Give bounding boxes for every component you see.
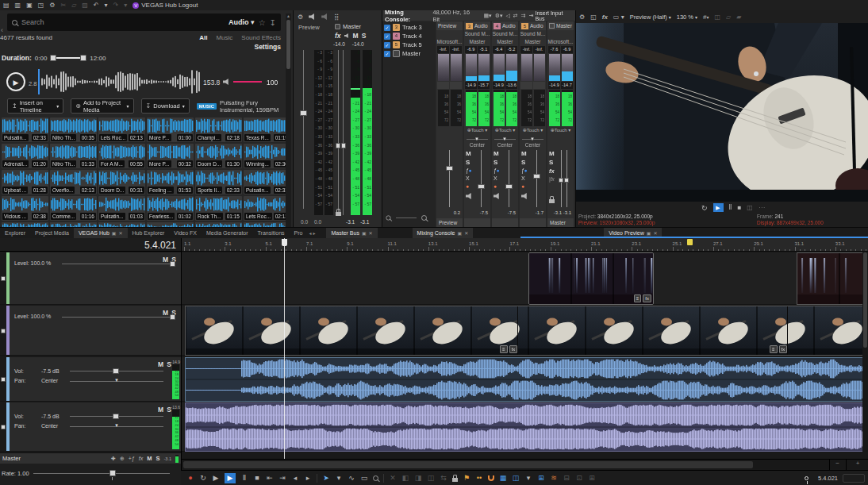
strip-fx-icon[interactable]: ƒ● [466, 167, 472, 173]
strip-automation-mode[interactable]: ⊕Touch ▾ [492, 126, 518, 134]
redo-icon[interactable]: ↷ [113, 2, 119, 9]
go-to-end-button[interactable]: ⇥ [278, 474, 286, 482]
tab-pin-icon[interactable]: ▣ [647, 230, 651, 236]
filter-all[interactable]: All [199, 34, 207, 41]
strip-phase-icon[interactable]: X [494, 175, 497, 181]
save-project-icon[interactable]: ▣ [26, 2, 33, 9]
track-vol-handle[interactable] [113, 414, 119, 419]
lock-event-button[interactable] [452, 478, 458, 482]
track-visible-checkbox[interactable]: ✓ [384, 51, 390, 57]
event-fx-badge[interactable]: fx [509, 345, 518, 353]
bus-dim-speaker-icon[interactable] [321, 13, 328, 20]
master-pan-icon[interactable]: ✚ [111, 456, 116, 462]
track-mute-button[interactable]: M [158, 406, 163, 414]
strip-automation-mode[interactable]: ⊕Touch ▾ [464, 126, 490, 134]
strip-route-2[interactable]: Microsoft... [436, 38, 463, 46]
audio-clip-tile[interactable]: Texas R...01:19 [244, 117, 290, 142]
preview-waveform[interactable] [36, 67, 200, 96]
insert-on-timeline-button[interactable]: ↥ Insert on Timeline▾ [7, 98, 63, 114]
strip-fx-button[interactable]: fx [549, 167, 555, 175]
mixer-zoom-slider[interactable] [396, 217, 417, 218]
strip-route-2[interactable]: Master [520, 38, 546, 46]
audio-clip-tile[interactable]: Doom D...00:31 [98, 170, 145, 194]
split-screen-icon[interactable]: ◫ [715, 13, 721, 21]
audio-clip-tile[interactable]: Rock Th...01:15 [195, 196, 242, 221]
strip-speaker-icon[interactable] [494, 193, 501, 199]
options-gear-icon[interactable]: ⚙ [49, 2, 55, 9]
strip-mute-button[interactable]: M [549, 150, 555, 157]
track-header-1[interactable]: MSLevel: 100.0 % [0, 252, 181, 305]
audio-clip-tile[interactable]: Pulsatin...02:33 [244, 170, 290, 194]
search-bar[interactable]: Search Audio ▾ ☆ ↧ [7, 13, 281, 31]
event-menu-badge[interactable]: ≡ [634, 294, 642, 302]
tab-scroll-right-icon[interactable]: ▸ [313, 230, 315, 236]
video-output-fx-button[interactable]: fx [602, 13, 608, 21]
envelope-tool-button[interactable]: ∿ [348, 474, 355, 482]
audio-clip-tile[interactable]: Winning...02:30 [244, 144, 290, 168]
redo-dropdown-icon[interactable]: ▾ [124, 2, 127, 9]
track-level-handle[interactable] [170, 314, 175, 320]
preview-zoom-select[interactable]: 130 %▾ [677, 13, 697, 21]
strip-fx-bypass-icon[interactable]: |fx [549, 176, 555, 182]
settings-link[interactable]: Settings [254, 43, 281, 51]
strip-speaker-icon[interactable] [521, 193, 528, 199]
download-queue-icon[interactable]: ↧ [270, 18, 276, 27]
filter-music[interactable]: Music [216, 34, 232, 41]
strip-solo-button[interactable]: S [466, 159, 470, 166]
track-header-4[interactable]: MSVol:-7.5 dBPan:Center▼-13.661218243036… [0, 402, 181, 452]
strip-fader-handle[interactable] [446, 166, 453, 171]
strip-lock-icon[interactable] [549, 199, 555, 203]
master-mute-speaker-icon[interactable] [344, 33, 350, 38]
strip-fader-handle[interactable] [505, 184, 513, 189]
new-project-icon[interactable]: ▤ [3, 2, 10, 9]
audio-event[interactable] [185, 357, 868, 402]
grid-snap-button[interactable]: ▦ [499, 474, 507, 482]
master-fader-handle-l[interactable] [559, 178, 563, 183]
audio-clip-tile[interactable]: Fearless...01:02 [147, 196, 194, 221]
strip-phase-icon[interactable]: X [466, 175, 470, 181]
selection-tool-button[interactable]: ▭ [360, 474, 368, 482]
strip-fader-track[interactable] [449, 150, 450, 207]
master-fx-bypass-icon[interactable]: fx [139, 456, 143, 461]
track-visible-checkbox[interactable]: ✓ [384, 33, 390, 40]
strip-route-1[interactable] [547, 30, 574, 38]
master-solo-button[interactable]: S [362, 32, 367, 40]
quantize-dropdown[interactable]: ▾ [524, 474, 532, 482]
tab-close-icon[interactable]: ✕ [369, 230, 373, 236]
audio-clip-tile[interactable]: Lets Roc...02:13 [98, 117, 145, 142]
preview-more-button[interactable]: ⋯ [759, 204, 765, 211]
filter-sound-effects[interactable]: Sound Effects [241, 34, 281, 41]
mixer-track-list-item[interactable]: ✓3Track 3 [384, 24, 422, 31]
master-insert-fx-icon[interactable]: +ƒ [129, 456, 135, 461]
stop-button[interactable]: ■ [253, 474, 261, 482]
strip-route-1[interactable]: Sound M... [520, 30, 546, 38]
insert-input-bus-button[interactable]: ⇥ Insert Input Bus [529, 10, 573, 21]
audio-clip-tile[interactable]: More P...01:00 [147, 117, 194, 142]
timeline-marker[interactable] [687, 239, 693, 245]
strip-solo-button[interactable]: S [549, 159, 553, 166]
insert-assignable-icon[interactable]: ⇉ [521, 13, 526, 19]
mixer-settings-gear-icon[interactable]: ⚙▾ [495, 13, 503, 19]
tab-transitions[interactable]: Transitions [253, 228, 290, 238]
copy-frame-icon[interactable]: ▱ [726, 13, 731, 21]
track-mute-button[interactable]: M [158, 360, 163, 368]
strip-pan[interactable] [547, 134, 574, 148]
preview-compare-button[interactable]: ◫ [747, 204, 753, 211]
audio-clip-tile[interactable]: Sports Il...02:33 [195, 170, 242, 194]
video-event[interactable]: ≡fx≡fx [185, 306, 868, 356]
prev-frame-button[interactable]: ◂ [291, 474, 299, 482]
strip-route-2[interactable]: Microsoft... [547, 38, 574, 46]
mixer-track-list-item[interactable]: ✓4Track 4 [384, 33, 422, 40]
playhead-handle[interactable] [282, 239, 287, 246]
track-pan-handle[interactable]: ▼ [114, 423, 119, 428]
master-fader-handle-l[interactable] [336, 143, 340, 148]
timeline-zoom-out-button[interactable]: − [829, 460, 845, 470]
snap-edges-button[interactable]: ⊞ [537, 474, 545, 482]
strip-pan[interactable] [436, 134, 463, 148]
audio-event[interactable] [185, 402, 868, 452]
video-event[interactable] [797, 252, 868, 305]
strip-route-1[interactable]: Sound M... [464, 30, 490, 38]
scrollbar-thumb[interactable] [183, 461, 753, 468]
mixer-downmix-icon[interactable]: ◁ [505, 13, 509, 19]
ungroup-button[interactable]: ⊡ [575, 474, 583, 482]
